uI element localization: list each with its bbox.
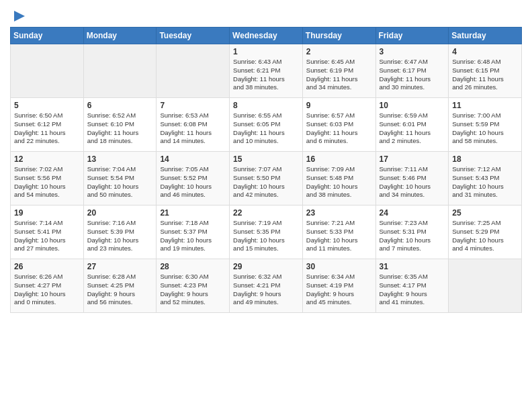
day-number: 10	[380, 101, 445, 110]
calendar-cell: 1Sunrise: 6:43 AM Sunset: 6:21 PM Daylig…	[230, 44, 303, 98]
day-number: 19	[14, 208, 80, 218]
day-number: 30	[306, 262, 372, 271]
day-number: 6	[87, 101, 153, 110]
cell-content: Sunrise: 6:47 AM Sunset: 6:17 PM Dayligh…	[380, 58, 445, 92]
cell-content: Sunrise: 7:14 AM Sunset: 5:41 PM Dayligh…	[14, 219, 80, 253]
calendar-cell: 4Sunrise: 6:48 AM Sunset: 6:15 PM Daylig…	[449, 44, 522, 98]
svg-marker-0	[14, 11, 25, 21]
day-number: 18	[452, 154, 518, 164]
cell-content: Sunrise: 7:25 AM Sunset: 5:29 PM Dayligh…	[452, 219, 518, 253]
cell-content: Sunrise: 7:04 AM Sunset: 5:54 PM Dayligh…	[87, 165, 153, 199]
calendar-cell: 21Sunrise: 7:18 AM Sunset: 5:37 PM Dayli…	[157, 205, 230, 259]
day-number: 25	[452, 208, 518, 218]
day-number: 26	[14, 262, 80, 271]
calendar-week-row: 1Sunrise: 6:43 AM Sunset: 6:21 PM Daylig…	[11, 44, 522, 98]
calendar-cell: 3Sunrise: 6:47 AM Sunset: 6:17 PM Daylig…	[375, 44, 449, 98]
cell-content: Sunrise: 7:05 AM Sunset: 5:52 PM Dayligh…	[160, 165, 226, 199]
calendar-cell: 14Sunrise: 7:05 AM Sunset: 5:52 PM Dayli…	[157, 152, 230, 205]
day-number: 20	[87, 208, 153, 218]
cell-content: Sunrise: 6:55 AM Sunset: 6:05 PM Dayligh…	[233, 111, 299, 146]
calendar-cell: 22Sunrise: 7:19 AM Sunset: 5:35 PM Dayli…	[230, 205, 303, 259]
day-number: 16	[306, 154, 372, 164]
cell-content: Sunrise: 7:09 AM Sunset: 5:48 PM Dayligh…	[306, 165, 372, 199]
cell-content: Sunrise: 7:18 AM Sunset: 5:37 PM Dayligh…	[160, 219, 226, 253]
col-tuesday: Tuesday	[157, 28, 230, 44]
calendar-cell: 18Sunrise: 7:12 AM Sunset: 5:43 PM Dayli…	[449, 152, 522, 205]
col-wednesday: Wednesday	[230, 28, 303, 44]
calendar-cell: 26Sunrise: 6:26 AM Sunset: 4:27 PM Dayli…	[11, 259, 84, 313]
cell-content: Sunrise: 7:16 AM Sunset: 5:39 PM Dayligh…	[87, 219, 153, 253]
day-number: 21	[160, 208, 226, 218]
cell-content: Sunrise: 7:11 AM Sunset: 5:46 PM Dayligh…	[380, 165, 445, 199]
calendar-cell	[11, 44, 84, 98]
day-number: 29	[233, 262, 299, 271]
col-thursday: Thursday	[302, 28, 375, 44]
cell-content: Sunrise: 6:57 AM Sunset: 6:03 PM Dayligh…	[306, 111, 372, 146]
calendar-header-row: Sunday Monday Tuesday Wednesday Thursday…	[11, 28, 522, 44]
day-number: 9	[306, 101, 372, 110]
calendar-cell: 5Sunrise: 6:50 AM Sunset: 6:12 PM Daylig…	[11, 98, 84, 152]
day-number: 12	[14, 154, 80, 164]
cell-content: Sunrise: 6:28 AM Sunset: 4:25 PM Dayligh…	[87, 273, 153, 307]
day-number: 5	[14, 101, 80, 110]
calendar-cell: 31Sunrise: 6:35 AM Sunset: 4:17 PM Dayli…	[375, 259, 449, 313]
calendar-cell: 29Sunrise: 6:32 AM Sunset: 4:21 PM Dayli…	[230, 259, 303, 313]
calendar-week-row: 12Sunrise: 7:02 AM Sunset: 5:56 PM Dayli…	[11, 152, 522, 205]
day-number: 11	[452, 101, 518, 110]
calendar-cell: 19Sunrise: 7:14 AM Sunset: 5:41 PM Dayli…	[11, 205, 84, 259]
logo-icon	[11, 9, 26, 24]
cell-content: Sunrise: 6:43 AM Sunset: 6:21 PM Dayligh…	[233, 58, 299, 92]
calendar-cell: 23Sunrise: 7:21 AM Sunset: 5:33 PM Dayli…	[302, 205, 375, 259]
day-number: 27	[87, 262, 153, 271]
calendar-week-row: 19Sunrise: 7:14 AM Sunset: 5:41 PM Dayli…	[11, 205, 522, 259]
calendar-week-row: 5Sunrise: 6:50 AM Sunset: 6:12 PM Daylig…	[11, 98, 522, 152]
calendar-cell: 9Sunrise: 6:57 AM Sunset: 6:03 PM Daylig…	[302, 98, 375, 152]
cell-content: Sunrise: 7:21 AM Sunset: 5:33 PM Dayligh…	[306, 219, 372, 253]
cell-content: Sunrise: 7:19 AM Sunset: 5:35 PM Dayligh…	[233, 219, 299, 253]
cell-content: Sunrise: 6:34 AM Sunset: 4:19 PM Dayligh…	[306, 273, 372, 307]
cell-content: Sunrise: 6:52 AM Sunset: 6:10 PM Dayligh…	[87, 111, 153, 146]
calendar-cell: 25Sunrise: 7:25 AM Sunset: 5:29 PM Dayli…	[449, 205, 522, 259]
day-number: 1	[233, 47, 299, 56]
calendar-cell: 2Sunrise: 6:45 AM Sunset: 6:19 PM Daylig…	[302, 44, 375, 98]
cell-content: Sunrise: 7:23 AM Sunset: 5:31 PM Dayligh…	[380, 219, 445, 253]
cell-content: Sunrise: 6:30 AM Sunset: 4:23 PM Dayligh…	[160, 273, 226, 307]
day-number: 23	[306, 208, 372, 218]
calendar-cell: 12Sunrise: 7:02 AM Sunset: 5:56 PM Dayli…	[11, 152, 84, 205]
calendar-cell: 27Sunrise: 6:28 AM Sunset: 4:25 PM Dayli…	[83, 259, 157, 313]
day-number: 17	[380, 154, 445, 164]
col-sunday: Sunday	[11, 28, 84, 44]
cell-content: Sunrise: 6:48 AM Sunset: 6:15 PM Dayligh…	[452, 58, 518, 92]
calendar-cell: 20Sunrise: 7:16 AM Sunset: 5:39 PM Dayli…	[83, 205, 157, 259]
calendar-cell	[83, 44, 157, 98]
calendar-cell: 24Sunrise: 7:23 AM Sunset: 5:31 PM Dayli…	[375, 205, 449, 259]
cell-content: Sunrise: 6:53 AM Sunset: 6:08 PM Dayligh…	[160, 111, 226, 146]
calendar-cell	[449, 259, 522, 313]
day-number: 7	[160, 101, 226, 110]
calendar-cell: 28Sunrise: 6:30 AM Sunset: 4:23 PM Dayli…	[157, 259, 230, 313]
cell-content: Sunrise: 7:00 AM Sunset: 5:59 PM Dayligh…	[452, 111, 518, 146]
cell-content: Sunrise: 6:26 AM Sunset: 4:27 PM Dayligh…	[14, 273, 80, 307]
col-saturday: Saturday	[449, 28, 522, 44]
calendar-cell: 8Sunrise: 6:55 AM Sunset: 6:05 PM Daylig…	[230, 98, 303, 152]
day-number: 4	[452, 47, 518, 56]
logo	[10, 9, 26, 24]
col-friday: Friday	[375, 28, 449, 44]
day-number: 22	[233, 208, 299, 218]
page: Sunday Monday Tuesday Wednesday Thursday…	[0, 0, 532, 411]
calendar-cell: 17Sunrise: 7:11 AM Sunset: 5:46 PM Dayli…	[375, 152, 449, 205]
col-monday: Monday	[83, 28, 157, 44]
calendar-cell: 11Sunrise: 7:00 AM Sunset: 5:59 PM Dayli…	[449, 98, 522, 152]
calendar-cell: 10Sunrise: 6:59 AM Sunset: 6:01 PM Dayli…	[375, 98, 449, 152]
header	[10, 7, 522, 24]
calendar-cell	[157, 44, 230, 98]
calendar-cell: 6Sunrise: 6:52 AM Sunset: 6:10 PM Daylig…	[83, 98, 157, 152]
cell-content: Sunrise: 6:32 AM Sunset: 4:21 PM Dayligh…	[233, 273, 299, 307]
day-number: 13	[87, 154, 153, 164]
calendar-cell: 13Sunrise: 7:04 AM Sunset: 5:54 PM Dayli…	[83, 152, 157, 205]
day-number: 28	[160, 262, 226, 271]
day-number: 15	[233, 154, 299, 164]
calendar-cell: 16Sunrise: 7:09 AM Sunset: 5:48 PM Dayli…	[302, 152, 375, 205]
cell-content: Sunrise: 6:45 AM Sunset: 6:19 PM Dayligh…	[306, 58, 372, 92]
day-number: 8	[233, 101, 299, 110]
